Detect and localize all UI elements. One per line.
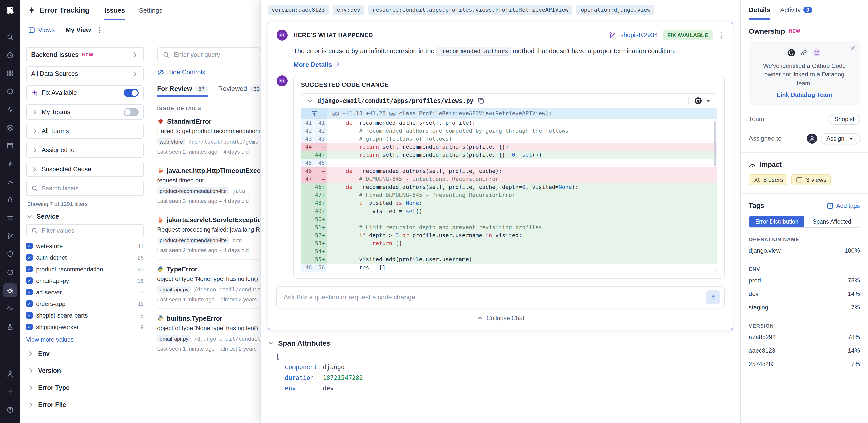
service-value-web-store[interactable]: ✓web-store41 [26,240,144,252]
expand-diff-button[interactable] [301,108,328,119]
distribution-row[interactable]: a7a8529278% [749,330,860,344]
ci-pipelines-nav-icon[interactable] [3,229,17,243]
datadog-logo-icon[interactable] [3,4,17,17]
team-button[interactable]: Shopist [829,114,860,125]
search-nav-icon[interactable] [3,30,17,44]
hide-controls-link[interactable]: Hide Controls [157,69,260,76]
checkbox-checked[interactable]: ✓ [26,289,33,295]
service-value-product-recommendation[interactable]: ✓product-recommendation20 [26,263,144,275]
distribution-row[interactable]: aaec812314% [749,344,860,357]
views-button[interactable]: Views [28,26,55,33]
span-attributes-header[interactable]: Span Attributes [268,339,733,347]
facet-search[interactable] [26,181,144,196]
checkbox-checked[interactable]: ✓ [26,266,33,272]
tag-pill[interactable]: operation:django.view [577,4,654,15]
facet-search-input[interactable] [42,185,138,192]
side-tab-details[interactable]: Details [749,0,770,20]
issue-list-item[interactable]: jakarta.servlet.ServletExceptionRequest … [157,211,260,260]
distribution-row[interactable]: 2574c2f97% [749,357,860,371]
facet-suspected-cause[interactable]: Suspected Cause [26,162,144,177]
service-filter-input[interactable] [42,227,138,234]
help-nav-icon[interactable] [3,403,17,417]
facet-assigned-to[interactable]: Assigned to [26,143,144,158]
saved-view-selector[interactable]: Backend issues NEW [26,47,144,62]
tab-for-review[interactable]: For Review57 [157,82,208,97]
issue-list-item[interactable]: java.net.http.HttpTimeoutExceptionreques… [157,161,260,211]
llm-observability-nav-icon[interactable] [3,193,17,207]
copy-icon[interactable] [477,97,484,104]
close-icon[interactable] [849,45,856,52]
bits-options-kebab-icon[interactable] [718,32,725,39]
collapse-chat-link[interactable]: Collapse Chat [276,314,725,321]
service-value-shipping-worker[interactable]: ✓shipping-worker9 [26,321,144,333]
segment-spans-affected[interactable]: Spans Affected [804,216,860,227]
logs-nav-icon[interactable] [3,211,17,225]
side-tab-activity[interactable]: Activity8 [780,0,812,20]
tag-pill[interactable]: version:aaec8123 [268,4,329,15]
invite-user-nav-icon[interactable] [3,385,17,399]
checkbox-checked[interactable]: ✓ [26,312,33,319]
infrastructure-nav-icon[interactable] [3,84,17,98]
github-actions-button[interactable] [688,97,712,105]
impact-badge-3-views[interactable]: 3 views [792,174,831,185]
distribution-row[interactable]: django.view100% [749,244,860,257]
service-value-filter[interactable] [26,224,144,237]
facet-env[interactable]: Env [26,345,144,362]
view-options-kebab-icon[interactable] [96,26,103,33]
service-value-ad-server[interactable]: ✓ad-server17 [26,286,144,298]
facet-error-type[interactable]: Error Type [26,379,144,396]
organization-nav-icon[interactable] [3,367,17,381]
query-bar[interactable] [157,47,260,62]
view-more-values-link[interactable]: View more values [26,336,144,343]
service-value-email-api-py[interactable]: ✓email-api-py18 [26,275,144,286]
issue-list-item[interactable]: builtins.TypeErrorobject of type 'NoneTy… [157,309,260,358]
facet-version[interactable]: Version [26,362,144,379]
apm-nav-icon[interactable] [3,102,17,117]
my-teams-toggle[interactable] [124,108,138,116]
fix-available-toggle[interactable] [124,89,138,97]
pull-request-link[interactable]: shopist#2934 [620,32,658,39]
impact-badge-8-users[interactable]: 8 users [749,174,788,185]
my-teams-filter[interactable]: My Teams [26,104,144,120]
distribution-row[interactable]: staging7% [749,300,860,314]
checkbox-checked[interactable]: ✓ [26,300,33,307]
tab-issues[interactable]: Issues [104,0,125,20]
security-nav-icon[interactable] [3,247,17,261]
bits-chat-input[interactable] [284,293,706,301]
query-input[interactable] [174,51,255,58]
tab-settings[interactable]: Settings [139,0,162,20]
tag-pill[interactable]: resource:conduit.apps.profiles.views.Pro… [368,4,572,15]
checkbox-checked[interactable]: ✓ [26,277,33,284]
chevron-down-icon[interactable] [306,97,313,104]
notebooks-nav-icon[interactable] [3,320,17,334]
checkbox-checked[interactable]: ✓ [26,324,33,330]
error-tracking-nav-icon[interactable] [3,283,17,297]
service-facet-header[interactable]: Service [26,213,144,220]
tab-reviewed[interactable]: Reviewed30 [218,82,260,97]
checkbox-checked[interactable]: ✓ [26,243,33,249]
facet-error-file[interactable]: Error File [26,396,144,414]
add-tags-button[interactable]: Add tags [827,202,860,209]
checkbox-checked[interactable]: ✓ [26,254,33,261]
actions-nav-icon[interactable] [3,157,17,171]
link-datadog-team-link[interactable]: Link Datadog Team [758,91,851,98]
data-sources-selector[interactable]: All Data Sources [26,66,144,81]
watchdog-nav-icon[interactable] [3,48,17,62]
service-value-orders-app[interactable]: ✓orders-app11 [26,298,144,309]
segment-error-distribution[interactable]: Error Distribution [749,216,804,227]
issue-list-item[interactable]: StandardErrorFailed to get product recom… [157,112,260,161]
service-catalog-nav-icon[interactable] [3,121,17,134]
more-details-link[interactable]: More Details [293,61,725,68]
fix-available-filter[interactable]: Fix Available [26,85,144,100]
service-value-auth-dotnet[interactable]: ✓auth-dotnet26 [26,252,144,263]
distribution-row[interactable]: dev14% [749,287,860,300]
send-button[interactable] [706,290,720,304]
issue-list-item[interactable]: TypeErrorobject of type 'NoneType' has n… [157,260,260,309]
distribution-row[interactable]: prod78% [749,273,860,287]
synthetics-nav-icon[interactable] [3,265,17,279]
workflows-nav-icon[interactable] [3,175,17,189]
facet-all-teams[interactable]: All Teams [26,124,144,139]
diff-scrollbar[interactable] [714,121,716,166]
dashboards-nav-icon[interactable] [3,66,17,80]
tag-pill[interactable]: env:dev [333,4,364,15]
